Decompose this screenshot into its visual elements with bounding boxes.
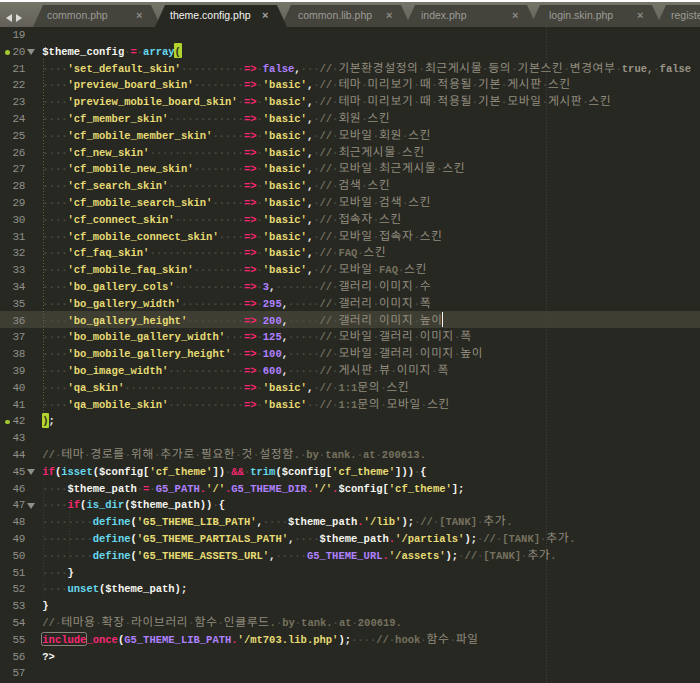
svg-text:····: ···· [42, 231, 67, 243]
svg-text:);: ); [464, 533, 477, 545]
svg-text:=>: => [244, 315, 257, 327]
svg-text:'bo_gallery_cols': 'bo_gallery_cols' [68, 281, 175, 293]
svg-text:'bo_gallery_height': 'bo_gallery_height' [68, 315, 188, 327]
svg-text:스킨: 스킨 [404, 259, 426, 276]
svg-text:'basic': 'basic' [263, 197, 307, 209]
svg-text:·····: ····· [288, 365, 320, 377]
svg-text:'basic': 'basic' [263, 96, 307, 108]
svg-text:index.php: index.php [421, 9, 467, 21]
svg-text:테마: 테마 [338, 91, 360, 108]
svg-text:$config[: $config[ [338, 483, 388, 495]
svg-text:'cf_mobile_connect_skin': 'cf_mobile_connect_skin' [68, 231, 219, 243]
svg-text:'basic': 'basic' [263, 130, 307, 142]
svg-text:회원: 회원 [379, 125, 401, 142]
svg-text:테마용: 테마용 [61, 612, 95, 629]
svg-text:모바일: 모바일 [338, 125, 372, 142]
svg-text://: // [42, 449, 55, 461]
svg-text:모바일: 모바일 [338, 259, 372, 276]
svg-text:····: ···· [42, 214, 67, 226]
svg-text:'qa_skin': 'qa_skin' [68, 382, 125, 394]
svg-text:····: ···· [42, 382, 67, 394]
svg-text:모바일: 모바일 [507, 91, 541, 108]
svg-text:게시판: 게시판 [548, 91, 582, 108]
svg-text:추가: 추가 [546, 528, 568, 545]
svg-text:···············: ··············· [149, 147, 244, 159]
svg-text:($config[: ($config[ [93, 466, 150, 478]
svg-text:····: ···· [42, 331, 67, 343]
svg-text:'G5_THEME_LIB_PATH': 'G5_THEME_LIB_PATH' [137, 516, 257, 528]
svg-text:])): ])) [395, 466, 414, 478]
svg-text:=>: => [244, 214, 257, 226]
svg-text:'basic': 'basic' [263, 113, 307, 125]
svg-text://: // [320, 197, 333, 209]
svg-text:갤러리: 갤러리 [379, 343, 413, 360]
svg-text:36: 36 [13, 315, 26, 327]
svg-text:24: 24 [13, 113, 26, 125]
svg-text:register.skin.php: register.skin.php [671, 9, 700, 21]
svg-text://: // [320, 348, 333, 360]
svg-text:1:1: 1:1 [338, 382, 357, 394]
svg-text:스킨: 스킨 [364, 242, 386, 259]
svg-text:'basic': 'basic' [263, 231, 307, 243]
svg-text:false: false [660, 63, 692, 75]
svg-text:G5_THEME_DIR: G5_THEME_DIR [231, 483, 307, 495]
svg-text:최근게시물: 최근게시물 [425, 58, 482, 75]
svg-text:=>: => [244, 130, 257, 142]
svg-text:스킨: 스킨 [443, 158, 465, 175]
svg-text:····: ···· [42, 499, 67, 511]
svg-text:'preview_board_skin': 'preview_board_skin' [68, 79, 194, 91]
svg-text:);: ); [338, 634, 351, 646]
svg-text:($theme_path)): ($theme_path)) [124, 499, 212, 511]
svg-text:20: 20 [13, 46, 26, 58]
svg-text:48: 48 [13, 516, 26, 528]
svg-text:26: 26 [13, 147, 26, 159]
svg-text:····: ···· [42, 130, 67, 142]
svg-text:=>: => [244, 331, 257, 343]
svg-text:}: } [68, 567, 74, 579]
svg-text:···················: ··················· [124, 382, 244, 394]
svg-text:폭: 폭 [460, 326, 471, 343]
svg-text:스킨: 스킨 [548, 74, 570, 91]
svg-text:스킨: 스킨 [368, 175, 390, 192]
svg-text:····: ···· [42, 113, 67, 125]
svg-text:검색: 검색 [379, 192, 401, 209]
svg-text:스킨: 스킨 [387, 377, 409, 394]
svg-text:··: ·· [231, 348, 244, 360]
svg-text:35: 35 [13, 298, 26, 310]
svg-text:'cf_member_skin': 'cf_member_skin' [68, 113, 169, 125]
svg-text:.: . [506, 516, 512, 528]
svg-text:모바일: 모바일 [387, 394, 421, 411]
svg-text:×: × [512, 9, 518, 21]
svg-text:·····: ····· [288, 331, 320, 343]
svg-text:.: . [550, 550, 556, 562]
svg-text:'basic': 'basic' [263, 382, 307, 394]
svg-text:····: ···· [351, 634, 376, 646]
svg-text:34: 34 [13, 281, 26, 293]
svg-text:스킨: 스킨 [408, 192, 430, 209]
svg-text:$theme_path: $theme_path [288, 516, 357, 528]
svg-text:'set_default_skin': 'set_default_skin' [68, 63, 181, 75]
svg-text:29: 29 [13, 197, 26, 209]
svg-text:'/mt703.lib.php': '/mt703.lib.php' [238, 634, 339, 646]
svg-text:49: 49 [13, 533, 26, 545]
svg-text:include: include [42, 634, 86, 646]
svg-text:19: 19 [13, 29, 26, 41]
svg-text:스킨: 스킨 [408, 125, 430, 142]
svg-text:=>: => [244, 63, 257, 75]
svg-text:=>: => [244, 147, 257, 159]
svg-text://: // [320, 247, 333, 259]
svg-text:array: array [143, 46, 175, 58]
svg-text:'cf_mobile_member_skin': 'cf_mobile_member_skin' [68, 130, 213, 142]
svg-text:'preview_mobile_board_skin': 'preview_mobile_board_skin' [68, 96, 238, 108]
svg-text:'bo_mobile_gallery_width': 'bo_mobile_gallery_width' [68, 331, 226, 343]
svg-text:폭: 폭 [420, 293, 431, 310]
svg-text:'/': '/' [313, 483, 332, 495]
svg-text:$theme_path: $theme_path [68, 483, 137, 495]
svg-text:by: by [282, 617, 295, 629]
svg-text://: // [320, 130, 333, 142]
svg-text:47: 47 [13, 499, 26, 511]
svg-text:.: . [569, 533, 575, 545]
svg-text:이미지: 이미지 [379, 310, 413, 327]
svg-text:적용될: 적용될 [437, 74, 471, 91]
svg-text://: // [320, 365, 333, 377]
